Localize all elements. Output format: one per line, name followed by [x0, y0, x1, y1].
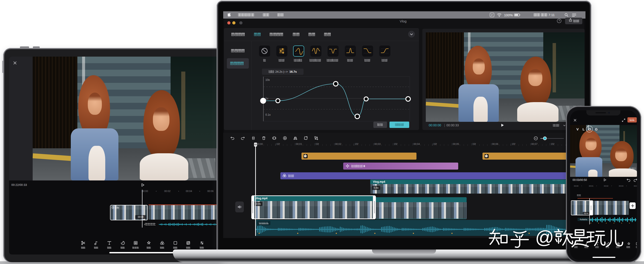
svg-text:@: @ — [535, 227, 554, 248]
svg-text:P: P — [491, 14, 493, 16]
